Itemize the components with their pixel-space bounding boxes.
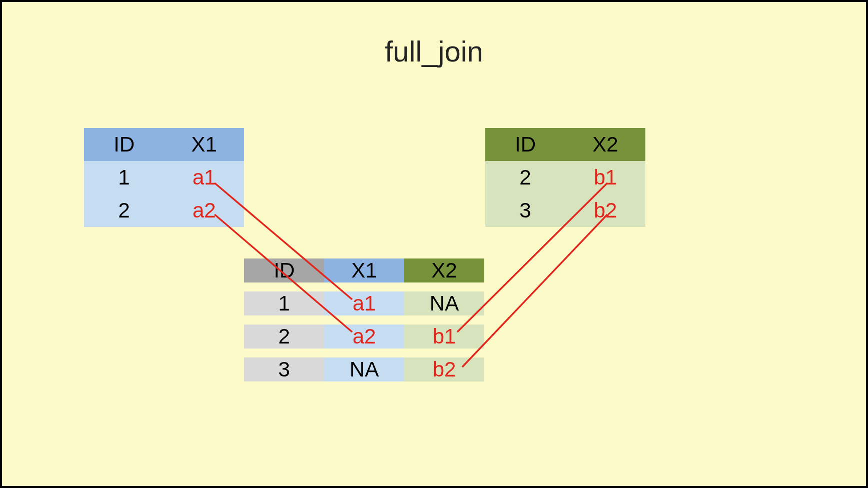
table-row: 3 b2: [485, 194, 645, 227]
cell-x1: a1: [324, 292, 404, 316]
cell-x1: NA: [324, 358, 404, 382]
cell-x2: b2: [565, 198, 645, 222]
table-header-row: ID X1 X2: [244, 254, 484, 287]
diagram-title: full_join: [385, 34, 483, 68]
cell-x1: a2: [164, 198, 244, 222]
cell-id: 2: [485, 166, 565, 190]
header-x2: X2: [565, 132, 645, 156]
cell-x1: a1: [164, 166, 244, 190]
input-table-b: ID X2 2 b1 3 b2: [485, 128, 645, 227]
cell-x2: b1: [404, 324, 484, 348]
table-row: 2 a2: [84, 194, 244, 227]
cell-id: 1: [244, 292, 324, 316]
cell-id: 2: [84, 198, 164, 222]
cell-id: 3: [244, 358, 324, 382]
header-id: ID: [485, 132, 565, 156]
header-id: ID: [244, 258, 324, 282]
cell-x2: NA: [404, 292, 484, 316]
header-x1: X1: [164, 132, 244, 156]
table-header-row: ID X1: [84, 128, 244, 161]
header-x1: X1: [324, 258, 404, 282]
cell-x2: b1: [565, 166, 645, 190]
cell-id: 2: [244, 324, 324, 348]
input-table-a: ID X1 1 a1 2 a2: [84, 128, 244, 227]
connector-lines: [2, 2, 868, 488]
table-row: 1 a1: [84, 161, 244, 194]
cell-x1: a2: [324, 324, 404, 348]
cell-id: 1: [84, 166, 164, 190]
table-row: 2 b1: [485, 161, 645, 194]
table-row: 3 NA b2: [244, 353, 484, 386]
result-table: ID X1 X2 1 a1 NA 2 a2 b1 3 NA b2: [244, 254, 484, 386]
header-id: ID: [84, 132, 164, 156]
cell-x2: b2: [404, 358, 484, 382]
table-row: 2 a2 b1: [244, 320, 484, 353]
cell-id: 3: [485, 198, 565, 222]
table-row: 1 a1 NA: [244, 287, 484, 320]
table-header-row: ID X2: [485, 128, 645, 161]
header-x2: X2: [404, 258, 484, 282]
